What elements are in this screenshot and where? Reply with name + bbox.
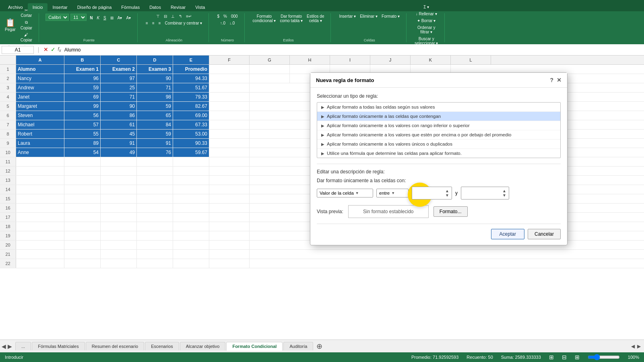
add-sheet-button[interactable]: ⊕ [314, 342, 325, 351]
sheet-tab-formulas-matriciales[interactable]: Fórmulas Matriciales [32, 342, 85, 350]
wrap-text-button[interactable]: ≡↵ [184, 13, 193, 19]
cell-a16[interactable] [16, 204, 64, 212]
cell-d19[interactable] [137, 231, 173, 240]
cell-c14[interactable] [101, 185, 137, 194]
cell-e3[interactable]: 51.67 [173, 83, 209, 92]
tab-insertar[interactable]: Insertar [47, 3, 72, 11]
align-middle-button[interactable]: ⊟ [162, 13, 169, 19]
cell-f5[interactable] [209, 102, 250, 111]
cell-d8[interactable]: 59 [137, 130, 173, 138]
sheet-tab-formato-condicional[interactable]: Formato Condicional [226, 342, 283, 351]
cell-a17[interactable] [16, 213, 64, 222]
value2-spin[interactable]: ▲▼ [502, 189, 506, 197]
col-header-b[interactable]: B [64, 56, 101, 64]
cell-e19[interactable] [173, 231, 209, 240]
cell-a7[interactable]: Michael [16, 120, 64, 129]
cell-f12[interactable] [209, 167, 250, 175]
align-left-button[interactable]: ≡ [144, 20, 150, 26]
cell-c9[interactable]: 91 [101, 139, 137, 148]
cell-f17[interactable] [209, 213, 250, 222]
bold-button[interactable]: N [88, 15, 94, 21]
prev-tab-icon[interactable]: ◀ [631, 343, 635, 349]
cell-e4[interactable]: 79.33 [173, 93, 209, 101]
cell-a22[interactable] [16, 259, 64, 268]
cell-b14[interactable] [64, 185, 101, 194]
col-header-e[interactable]: E [173, 56, 209, 64]
insert-button[interactable]: Insertar ▾ [337, 13, 357, 19]
cell-d4[interactable]: 98 [137, 93, 173, 101]
cell-e22[interactable] [173, 259, 209, 268]
prev-sheet-icon[interactable]: ◀ [2, 343, 6, 350]
cell-e10[interactable]: 59.67 [173, 148, 209, 157]
cell-e18[interactable] [173, 222, 209, 231]
tab-datos[interactable]: Datos [144, 3, 166, 11]
cancel-formula-icon[interactable]: ✕ [43, 46, 48, 53]
cell-d2[interactable]: 90 [137, 74, 173, 83]
cell-value-dropdown[interactable]: Valor de la celda ▼ [317, 189, 373, 197]
value1-spin[interactable]: ▲▼ [445, 189, 449, 197]
currency-button[interactable]: $ [215, 13, 221, 19]
sum-button[interactable]: Σ ▾ [422, 4, 431, 10]
cell-c13[interactable] [101, 176, 137, 185]
decrease-decimals-button[interactable]: ↓.0 [228, 20, 236, 26]
cell-b22[interactable] [64, 259, 101, 268]
col-header-j[interactable]: J [370, 56, 411, 64]
cell-e14[interactable] [173, 185, 209, 194]
cell-b17[interactable] [64, 213, 101, 222]
cell-b4[interactable]: 69 [64, 93, 101, 101]
cell-c21[interactable] [101, 250, 137, 259]
rule-item-2[interactable]: ▶ Aplicar formato únicamente a los valor… [317, 121, 560, 130]
cell-b18[interactable] [64, 222, 101, 231]
cell-f22[interactable] [209, 259, 250, 268]
cell-format-button[interactable]: Formato ▾ [380, 13, 401, 19]
cell-e21[interactable] [173, 250, 209, 259]
cell-b10[interactable]: 54 [64, 148, 101, 157]
paste-button[interactable]: 📋 Pegar [3, 18, 17, 33]
col-header-d[interactable]: D [137, 56, 173, 64]
col-header-i[interactable]: I [330, 56, 370, 64]
cell-b12[interactable] [64, 167, 101, 175]
cell-e15[interactable] [173, 194, 209, 203]
rule-item-5[interactable]: ▶ Utilice una fórmula que determine las … [317, 149, 560, 158]
cell-a9[interactable]: Laura [16, 139, 64, 148]
cell-e12[interactable] [173, 167, 209, 175]
view-layout-icon[interactable]: ⊟ [562, 354, 567, 360]
italic-button[interactable]: K [95, 15, 101, 21]
confirm-formula-icon[interactable]: ✓ [51, 46, 56, 53]
cell-c11[interactable] [101, 157, 137, 166]
next-tab-icon[interactable]: ▶ [637, 343, 641, 349]
cell-b19[interactable] [64, 231, 101, 240]
conditional-format-button[interactable]: Formatocondicional ▾ [251, 13, 278, 24]
sheet-tab-resumen[interactable]: Resumen del escenario [86, 342, 144, 350]
cell-c12[interactable] [101, 167, 137, 175]
cell-d6[interactable]: 65 [137, 111, 173, 120]
copy-button[interactable]: ⧉ Copiar [19, 19, 34, 31]
cut-button[interactable]: ✂ Cortar [19, 7, 34, 19]
cell-d20[interactable] [137, 241, 173, 249]
view-pagebreak-icon[interactable]: ⊞ [575, 354, 580, 360]
cell-e8[interactable]: 53.00 [173, 130, 209, 138]
insert-function-icon[interactable]: fx [58, 46, 61, 53]
cell-b1[interactable]: Examen 1 [64, 65, 101, 74]
next-sheet-icon[interactable]: ▶ [8, 343, 12, 350]
col-header-k[interactable]: K [411, 56, 451, 64]
sort-filter-button[interactable]: Ordenar yfiltrar ▾ [416, 25, 437, 35]
cell-f11[interactable] [209, 157, 250, 166]
tab-diseno[interactable]: Diseño de página [72, 3, 117, 11]
cell-a15[interactable] [16, 194, 64, 203]
cell-b15[interactable] [64, 194, 101, 203]
cell-a4[interactable]: Janet [16, 93, 64, 101]
sheet-tab-alcanzar[interactable]: Alcanzar objetivo [180, 342, 226, 350]
cell-c5[interactable]: 90 [101, 102, 137, 111]
cell-e9[interactable]: 90.33 [173, 139, 209, 148]
cell-f21[interactable] [209, 250, 250, 259]
cell-d21[interactable] [137, 250, 173, 259]
cell-f8[interactable] [209, 130, 250, 138]
cell-b9[interactable]: 89 [64, 139, 101, 148]
cell-b7[interactable]: 57 [64, 120, 101, 129]
cell-c3[interactable]: 25 [101, 83, 137, 92]
format-painter-button[interactable]: 🖌 Copiar [19, 32, 34, 43]
cell-c4[interactable]: 71 [101, 93, 137, 101]
rule-item-1[interactable]: ▶ Aplicar formato únicamente a las celda… [317, 112, 560, 121]
cell-c19[interactable] [101, 231, 137, 240]
